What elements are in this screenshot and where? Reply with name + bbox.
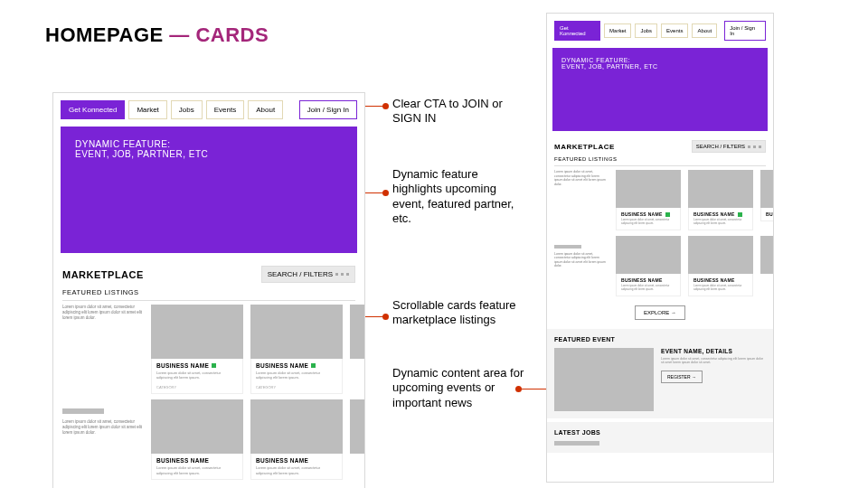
search-filters-button[interactable]: SEARCH / FILTERS [692, 140, 766, 153]
nav-market[interactable]: Market [128, 100, 166, 119]
grey-placeholder [554, 441, 599, 446]
nav-bar: Get Konnected Market Jobs Events About J… [53, 93, 364, 127]
mockup-left: Get Konnected Market Jobs Events About J… [52, 92, 365, 488]
nav-jobs[interactable]: Jobs [635, 23, 657, 38]
cta-button[interactable]: Get Konnected [554, 21, 600, 41]
card-name: BUSINESS NAME [621, 277, 675, 283]
annotation-3: Scrollable cards feature marketplace lis… [392, 298, 528, 328]
card-desc: Lorem ipsum dolor sit amet, consectetur … [156, 465, 238, 474]
featured-event-label: FEATURED EVENT [554, 336, 766, 343]
card-name: BUSINESS NAME [693, 277, 748, 283]
card-image [350, 305, 365, 359]
card-image [151, 305, 243, 359]
listing-card[interactable]: BUSINESS NAME Lorem ipsum dolor sit amet… [688, 170, 753, 230]
marketplace-title: MARKETPLACE [554, 143, 615, 151]
page-title-b: CARDS [195, 23, 269, 46]
card-name: BUSINESS NAME [256, 362, 337, 369]
listing-card[interactable] [350, 305, 365, 394]
nav-about[interactable]: About [692, 23, 717, 38]
page-title: HOMEPAGE — CARDS [45, 23, 269, 47]
card-desc: Lorem ipsum dolor sit amet, consectetur … [693, 219, 748, 226]
nav-about[interactable]: About [248, 100, 283, 119]
latest-jobs-label: LATEST JOBS [554, 429, 766, 436]
card-row-1: Lorem ipsum dolor sit amet, consectetur … [554, 170, 766, 230]
card-desc: Lorem ipsum dolor sit amet, consectetur … [693, 285, 748, 292]
deck-blurb: Lorem ipsum dolor sit amet, consectetur … [554, 170, 609, 186]
card-row-2: Lorem ipsum dolor sit amet, consectetur … [554, 236, 766, 296]
listing-card[interactable]: BUSINESS NAME Lorem ipsum dolor sit amet… [688, 236, 753, 296]
listing-card[interactable] [350, 399, 365, 479]
listing-card[interactable]: BUSINESS NAME Lorem ipsum dolor sit amet… [151, 399, 243, 479]
featured-event-row: EVENT NAME, DETAILS Lorem ipsum dolor si… [554, 348, 766, 411]
card-category: CATEGORY [156, 385, 238, 389]
listing-card[interactable]: BUSINESS NAME Lorem ipsum dolor sit amet… [151, 305, 243, 394]
pointer-line [365, 316, 385, 317]
card-name: BUSINESS NAME [621, 211, 675, 217]
verified-icon [665, 212, 670, 217]
card-row-1: Lorem ipsum dolor sit amet, consectetur … [62, 305, 355, 394]
cta-button[interactable]: Get Konnected [61, 100, 125, 119]
deck-sidecol: Lorem ipsum dolor sit amet, consectetur … [554, 170, 609, 230]
grey-placeholder [62, 408, 104, 414]
featured-listings-label: FEATURED LISTINGS [62, 288, 355, 301]
nav-market[interactable]: Market [604, 23, 631, 38]
listing-card[interactable] [760, 236, 774, 296]
listing-card[interactable]: BUSINESS NAME Lorem ipsum dolor sit amet… [250, 305, 343, 394]
listing-card[interactable]: BUSINESS NAME [760, 170, 774, 230]
nav-events[interactable]: Events [661, 23, 688, 38]
explore-button[interactable]: EXPLORE → [635, 305, 685, 320]
join-signin-button[interactable]: Join / Sign In [724, 21, 766, 41]
deck-sidecol: Lorem ipsum dolor sit amet, consectetur … [62, 399, 144, 479]
card-desc: Lorem ipsum dolor sit amet, consectetur … [621, 219, 675, 226]
featured-event-body: EVENT NAME, DETAILS Lorem ipsum dolor si… [661, 348, 766, 411]
dot-icon [748, 145, 750, 148]
marketplace-title: MARKETPLACE [62, 269, 144, 280]
card-name: BUSINESS NAME [156, 457, 238, 464]
listing-card[interactable]: BUSINESS NAME Lorem ipsum dolor sit amet… [250, 399, 343, 479]
card-desc: Lorem ipsum dolor sit amet, consectetur … [621, 285, 675, 292]
card-row-2: Lorem ipsum dolor sit amet, consectetur … [62, 399, 355, 479]
marketplace-deck: FEATURED LISTINGS Lorem ipsum dolor sit … [547, 156, 773, 320]
featured-event-band: FEATURED EVENT EVENT NAME, DETAILS Lorem… [547, 329, 773, 418]
verified-icon [212, 363, 216, 368]
latest-jobs-band: LATEST JOBS [547, 422, 773, 453]
card-image [616, 236, 681, 274]
dot-icon [753, 145, 756, 148]
card-image [350, 399, 365, 454]
featured-event-desc: Lorem ipsum dolor sit amet, consectetur … [661, 357, 766, 365]
featured-listings-label: FEATURED LISTINGS [554, 156, 766, 166]
search-filters-button[interactable]: SEARCH / FILTERS [261, 266, 355, 283]
filters-label: SEARCH / FILTERS [696, 144, 745, 149]
filters-label: SEARCH / FILTERS [268, 270, 333, 278]
deck-blurb: Lorem ipsum dolor sit amet, consectetur … [62, 419, 144, 436]
card-image [760, 236, 774, 274]
hero-line-2: EVENT, JOB, PARTNER, ETC [75, 149, 343, 159]
listing-card[interactable]: BUSINESS NAME Lorem ipsum dolor sit amet… [616, 170, 681, 230]
join-signin-button[interactable]: Join / Sign In [299, 100, 357, 119]
card-image [760, 170, 774, 208]
page-title-a: HOMEPAGE [45, 23, 164, 46]
dot-icon [346, 273, 349, 276]
marketplace-header: MARKETPLACE SEARCH / FILTERS [53, 253, 364, 288]
card-desc: Lorem ipsum dolor sit amet, consectetur … [156, 371, 238, 380]
marketplace-deck: FEATURED LISTINGS Lorem ipsum dolor sit … [53, 288, 364, 480]
nav-events[interactable]: Events [206, 100, 244, 119]
listing-card[interactable]: BUSINESS NAME Lorem ipsum dolor sit amet… [616, 236, 681, 296]
card-image [688, 170, 753, 208]
hero-line-1: DYNAMIC FEATURE: [75, 139, 343, 149]
deck-sidecol: Lorem ipsum dolor sit amet, consectetur … [62, 305, 144, 394]
pointer-line [365, 106, 385, 107]
marketplace-header: MARKETPLACE SEARCH / FILTERS [547, 131, 773, 156]
verified-icon [311, 363, 316, 368]
register-button[interactable]: REGISTER → [661, 371, 703, 383]
card-image [151, 399, 243, 454]
deck-sidecol: Lorem ipsum dolor sit amet, consectetur … [554, 236, 609, 296]
card-name: BUSINESS NAME [693, 211, 748, 217]
hero-line-1: DYNAMIC FEATURE: [561, 57, 759, 63]
featured-event-name: EVENT NAME, DETAILS [661, 348, 766, 354]
nav-bar: Get Konnected Market Jobs Events About J… [547, 14, 773, 48]
verified-icon [738, 212, 742, 217]
nav-jobs[interactable]: Jobs [171, 100, 203, 119]
dot-icon [341, 273, 344, 276]
card-image [250, 399, 343, 454]
